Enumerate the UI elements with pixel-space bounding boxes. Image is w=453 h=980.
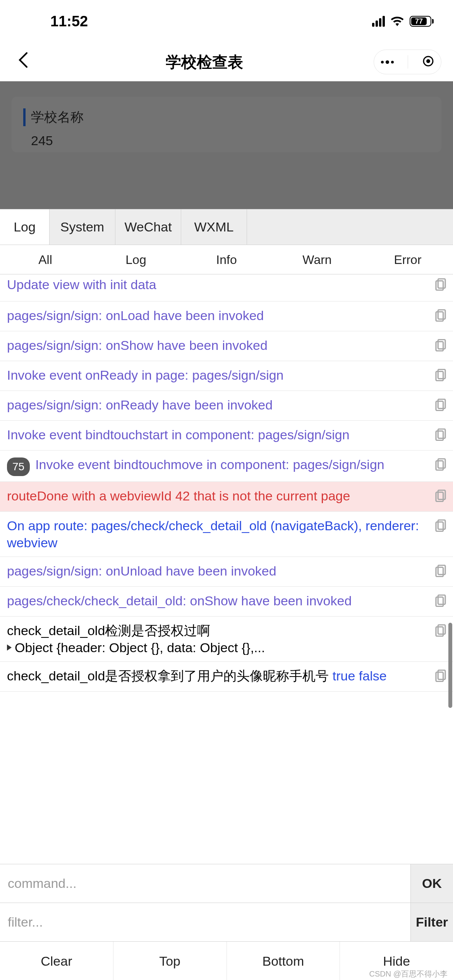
tab-wxml[interactable]: WXML (181, 209, 247, 245)
log-text: pages/check/check_detail_old: onShow hav… (7, 592, 432, 609)
page-title: 学校检查表 (166, 51, 243, 73)
vconsole-sub-tabs: All Log Info Warn Error (0, 245, 453, 274)
svg-rect-22 (438, 595, 445, 604)
log-text: Invoke event bindtouchmove in component:… (35, 456, 432, 473)
svg-rect-10 (438, 399, 445, 408)
log-row-warn[interactable]: routeDone with a webviewId 42 that is no… (0, 482, 453, 512)
page-background: 学校名称 245 (0, 81, 453, 209)
expand-icon[interactable] (7, 644, 12, 651)
filter-input[interactable] (0, 903, 410, 941)
scrollbar[interactable] (448, 623, 452, 708)
bottom-button[interactable]: Bottom (227, 942, 340, 980)
subtab-log[interactable]: Log (91, 245, 181, 274)
svg-rect-11 (436, 401, 443, 411)
svg-rect-19 (436, 522, 443, 531)
nav-bar: 学校检查表 (0, 43, 453, 81)
log-text: pages/sign/sign: onReady have been invok… (7, 396, 432, 413)
log-row[interactable]: pages/sign/sign: onUnload have been invo… (0, 557, 453, 587)
svg-rect-16 (438, 490, 445, 499)
copy-icon[interactable] (435, 278, 446, 295)
log-text: pages/sign/sign: onUnload have been invo… (7, 562, 432, 579)
log-text: pages/sign/sign: onShow have been invoke… (7, 337, 432, 354)
svg-rect-12 (438, 429, 445, 438)
command-input[interactable] (0, 864, 410, 903)
svg-rect-25 (436, 627, 443, 636)
svg-rect-2 (438, 279, 445, 288)
close-mp-icon[interactable] (422, 55, 434, 69)
log-row[interactable]: 75 Invoke event bindtouchmove in compone… (0, 451, 453, 482)
battery-icon: 77 (410, 16, 434, 27)
svg-rect-8 (438, 369, 445, 379)
log-row[interactable]: pages/sign/sign: onLoad have been invoke… (0, 302, 453, 331)
copy-icon[interactable] (435, 594, 446, 611)
vconsole-main-tabs: Log System WeChat WXML (0, 209, 453, 245)
subtab-warn[interactable]: Warn (272, 245, 362, 274)
vconsole-filter-bar: Filter (0, 903, 453, 941)
svg-rect-5 (436, 312, 443, 321)
vconsole-command-bar: OK (0, 864, 453, 903)
svg-rect-26 (438, 670, 445, 679)
log-row[interactable]: check_detail_old检测是否授权过啊 Object {header:… (0, 617, 453, 662)
log-row[interactable]: check_detail_old是否授权拿到了用户的头像昵称手机号 true f… (0, 662, 453, 692)
vconsole-log-list[interactable]: Update view with init data pages/sign/si… (0, 274, 453, 864)
copy-icon[interactable] (435, 368, 446, 385)
svg-rect-14 (438, 459, 445, 468)
subtab-all[interactable]: All (0, 245, 91, 274)
svg-rect-27 (436, 672, 443, 682)
copy-icon[interactable] (435, 564, 446, 581)
back-button[interactable] (12, 52, 35, 72)
log-row[interactable]: pages/sign/sign: onShow have been invoke… (0, 331, 453, 361)
log-text: On app route: pages/check/check_detail_o… (7, 517, 432, 551)
log-text: routeDone with a webviewId 42 that is no… (7, 487, 432, 504)
status-indicators: 77 (372, 13, 434, 30)
log-text: pages/sign/sign: onLoad have been invoke… (7, 307, 432, 324)
clear-button[interactable]: Clear (0, 942, 113, 980)
log-row[interactable]: Invoke event onReady in page: pages/sign… (0, 361, 453, 391)
log-row[interactable]: pages/check/check_detail_old: onShow hav… (0, 587, 453, 617)
svg-rect-9 (436, 372, 443, 381)
svg-rect-17 (436, 492, 443, 502)
tab-wechat[interactable]: WeChat (115, 209, 181, 245)
svg-point-1 (426, 59, 430, 63)
copy-icon[interactable] (435, 519, 446, 536)
watermark: CSDN @百思不得小李 (369, 969, 448, 979)
modal-overlay[interactable] (0, 81, 453, 209)
subtab-error[interactable]: Error (362, 245, 453, 274)
vconsole-panel: Log System WeChat WXML All Log Info Warn… (0, 209, 453, 980)
copy-icon[interactable] (435, 308, 446, 326)
top-button[interactable]: Top (113, 942, 227, 980)
log-row[interactable]: Invoke event bindtouchstart in component… (0, 421, 453, 451)
log-text: check_detail_old是否授权拿到了用户的头像昵称手机号 true f… (7, 667, 432, 684)
svg-rect-23 (436, 597, 443, 607)
filter-button[interactable]: Filter (410, 903, 453, 941)
svg-rect-21 (436, 567, 443, 577)
log-text: Invoke event onReady in page: pages/sign… (7, 367, 432, 384)
log-text: Update view with init data (7, 276, 432, 293)
log-text: Invoke event bindtouchstart in component… (7, 426, 432, 443)
svg-rect-4 (438, 310, 445, 319)
copy-icon[interactable] (435, 489, 446, 506)
copy-icon[interactable] (435, 398, 446, 415)
tab-system[interactable]: System (50, 209, 115, 245)
svg-rect-7 (436, 342, 443, 351)
status-bar: 11:52 77 (0, 0, 453, 43)
tab-log[interactable]: Log (0, 209, 50, 245)
cellular-icon (372, 16, 385, 27)
log-text: check_detail_old检测是否授权过啊 Object {header:… (7, 622, 432, 656)
log-row[interactable]: On app route: pages/check/check_detail_o… (0, 512, 453, 557)
copy-icon[interactable] (435, 428, 446, 445)
log-row[interactable]: pages/sign/sign: onReady have been invok… (0, 391, 453, 421)
log-row[interactable]: Update view with init data (0, 274, 453, 302)
copy-icon[interactable] (435, 457, 446, 475)
copy-icon[interactable] (435, 669, 446, 686)
subtab-info[interactable]: Info (181, 245, 272, 274)
svg-rect-24 (438, 625, 445, 634)
ok-button[interactable]: OK (410, 864, 453, 903)
wechat-capsule (374, 50, 441, 74)
svg-rect-6 (438, 339, 445, 349)
svg-rect-15 (436, 461, 443, 470)
copy-icon[interactable] (435, 624, 446, 641)
copy-icon[interactable] (435, 338, 446, 355)
menu-icon[interactable] (381, 60, 394, 64)
status-time: 11:52 (50, 13, 88, 30)
